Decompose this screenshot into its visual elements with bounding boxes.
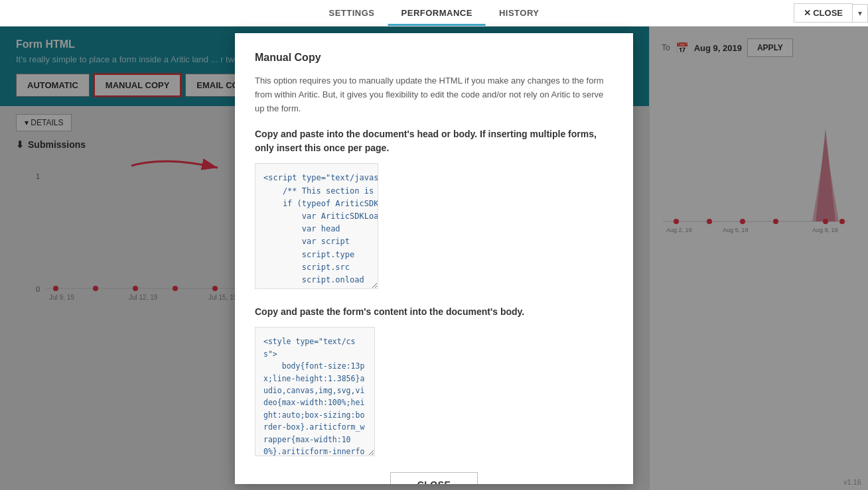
- tab-history[interactable]: HISTORY: [486, 0, 553, 26]
- modal-section2-title: Copy and paste the form's content into t…: [255, 305, 613, 319]
- tab-performance[interactable]: PERFORMANCE: [388, 0, 486, 26]
- code-box-1[interactable]: [255, 163, 378, 289]
- modal-bold-instruction: Copy and paste into the document's head …: [255, 127, 613, 155]
- code-box-2[interactable]: [255, 327, 375, 456]
- tab-settings[interactable]: SETTINGS: [316, 0, 388, 26]
- modal-description: This option requires you to manually upd…: [255, 74, 613, 115]
- modal-footer: CLOSE: [255, 459, 613, 484]
- nav-close-area: ✕ CLOSE ▾: [794, 3, 868, 23]
- nav-dropdown-button[interactable]: ▾: [853, 4, 868, 23]
- modal-manual-copy: Manual Copy This option requires you to …: [235, 33, 633, 484]
- modal-title: Manual Copy: [255, 52, 613, 64]
- modal-overlay: Manual Copy This option requires you to …: [0, 27, 868, 490]
- nav-tabs: SETTINGS PERFORMANCE HISTORY: [316, 0, 553, 26]
- top-navigation: SETTINGS PERFORMANCE HISTORY ✕ CLOSE ▾: [0, 0, 868, 27]
- nav-close-button[interactable]: ✕ CLOSE: [794, 3, 853, 23]
- modal-close-button[interactable]: CLOSE: [390, 472, 478, 484]
